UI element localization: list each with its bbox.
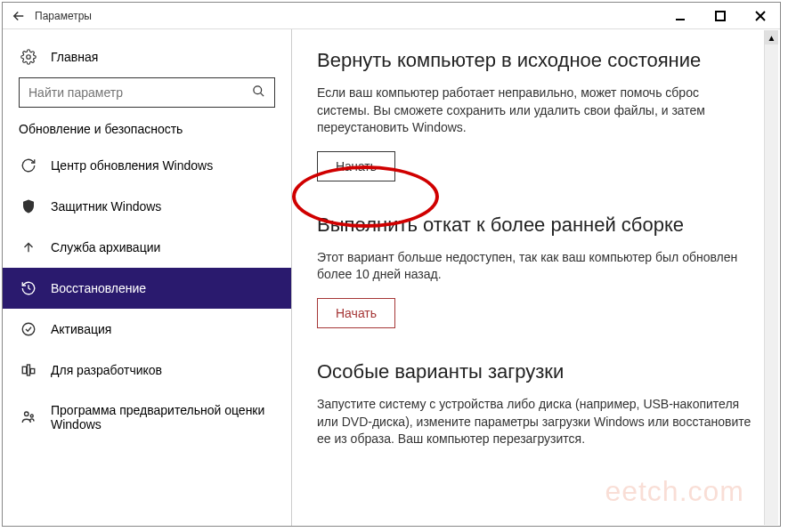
advanced-startup-section: Особые варианты загрузки Запустите систе… bbox=[317, 360, 753, 448]
rollback-section: Выполнить откат к более ранней сборке Эт… bbox=[317, 214, 753, 328]
sidebar-item-backup[interactable]: Служба архивации bbox=[3, 227, 291, 268]
history-icon bbox=[20, 280, 37, 296]
vertical-scrollbar[interactable]: ▲ bbox=[764, 30, 778, 525]
svg-rect-8 bbox=[22, 367, 27, 374]
svg-rect-1 bbox=[716, 12, 725, 20]
sidebar-item-label: Программа предварительной оценки Windows bbox=[51, 403, 273, 431]
sidebar-item-defender[interactable]: Защитник Windows bbox=[3, 186, 291, 227]
svg-point-4 bbox=[27, 55, 31, 60]
window-controls bbox=[660, 3, 780, 29]
search-box[interactable] bbox=[19, 77, 275, 108]
rollback-description: Этот вариант больше недоступен, так как … bbox=[317, 249, 753, 284]
svg-point-7 bbox=[22, 323, 35, 335]
scroll-up-arrow[interactable]: ▲ bbox=[765, 30, 778, 44]
main-panel: Вернуть компьютер в исходное состояние Е… bbox=[292, 29, 780, 526]
settings-window: Параметры Главная bbox=[2, 2, 781, 527]
search-input[interactable] bbox=[28, 85, 252, 100]
advanced-startup-description: Запустите систему с устройства либо диск… bbox=[317, 396, 753, 448]
gear-icon bbox=[20, 49, 37, 65]
home-link[interactable]: Главная bbox=[3, 42, 291, 77]
close-button[interactable] bbox=[740, 3, 780, 29]
insider-icon bbox=[20, 409, 37, 425]
svg-line-6 bbox=[260, 93, 264, 96]
code-icon bbox=[20, 362, 37, 378]
sidebar-item-label: Защитник Windows bbox=[51, 199, 161, 214]
rollback-start-button[interactable]: Начать bbox=[317, 298, 395, 328]
svg-point-11 bbox=[25, 412, 29, 416]
sidebar-item-label: Активация bbox=[51, 322, 111, 336]
reset-pc-section: Вернуть компьютер в исходное состояние Е… bbox=[317, 49, 753, 181]
maximize-button[interactable] bbox=[700, 3, 740, 29]
sidebar: Главная Обновление и безопасность Центр … bbox=[3, 29, 292, 526]
minimize-button[interactable] bbox=[660, 3, 700, 29]
sidebar-section-label: Обновление и безопасность bbox=[3, 122, 291, 145]
svg-point-12 bbox=[30, 415, 33, 417]
sidebar-item-windows-update[interactable]: Центр обновления Windows bbox=[3, 145, 291, 186]
svg-rect-10 bbox=[30, 369, 35, 374]
svg-point-5 bbox=[254, 86, 262, 94]
content-area: Главная Обновление и безопасность Центр … bbox=[3, 29, 780, 526]
advanced-startup-title: Особые варианты загрузки bbox=[317, 360, 753, 383]
shield-icon bbox=[20, 198, 37, 214]
sidebar-item-label: Для разработчиков bbox=[51, 363, 162, 377]
sidebar-item-developers[interactable]: Для разработчиков bbox=[3, 350, 291, 391]
rollback-title: Выполнить откат к более ранней сборке bbox=[317, 214, 753, 237]
sidebar-item-label: Центр обновления Windows bbox=[51, 158, 213, 173]
search-icon bbox=[252, 85, 265, 101]
reset-pc-start-button[interactable]: Начать bbox=[317, 151, 395, 181]
sidebar-item-recovery[interactable]: Восстановление bbox=[3, 268, 291, 309]
refresh-icon bbox=[20, 157, 37, 173]
reset-pc-title: Вернуть компьютер в исходное состояние bbox=[317, 49, 753, 72]
titlebar: Параметры bbox=[3, 3, 780, 29]
sidebar-item-label: Восстановление bbox=[51, 281, 146, 295]
back-button[interactable] bbox=[10, 7, 28, 25]
check-circle-icon bbox=[20, 321, 37, 337]
sidebar-item-activation[interactable]: Активация bbox=[3, 309, 291, 350]
sidebar-item-insider[interactable]: Программа предварительной оценки Windows bbox=[3, 391, 291, 444]
sidebar-item-label: Служба архивации bbox=[51, 240, 160, 254]
home-label: Главная bbox=[51, 50, 98, 64]
svg-rect-9 bbox=[28, 365, 30, 375]
window-title: Параметры bbox=[35, 10, 660, 22]
reset-pc-description: Если ваш компьютер работает неправильно,… bbox=[317, 85, 753, 137]
upload-icon bbox=[20, 239, 37, 255]
